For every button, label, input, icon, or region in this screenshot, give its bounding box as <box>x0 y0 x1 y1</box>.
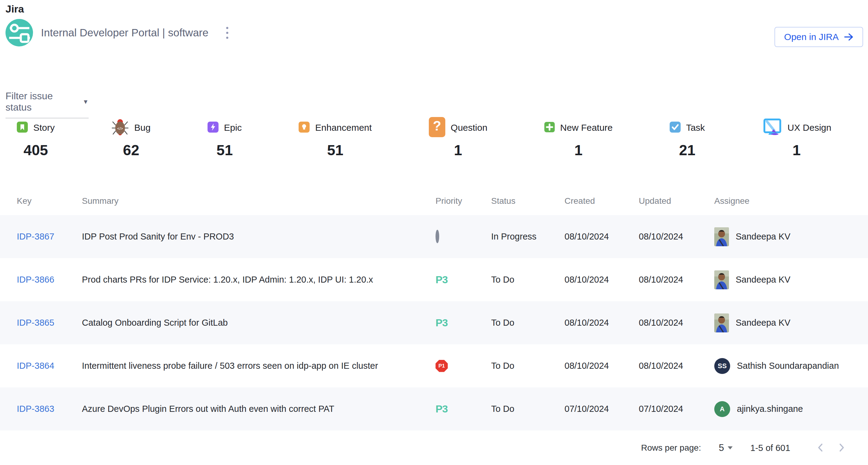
issue-priority-cell: P1 <box>436 360 491 372</box>
next-page-button[interactable] <box>834 440 848 456</box>
issue-summary: Azure DevOps Plugin Errors out with Auth… <box>82 404 436 414</box>
issue-status: To Do <box>491 361 564 371</box>
assignee-name: Sandeepa KV <box>736 318 790 328</box>
issue-key-link[interactable]: IDP-3865 <box>17 318 54 328</box>
arrow-right-icon <box>844 33 853 41</box>
page-title: Jira <box>5 3 24 15</box>
issues-table: Key Summary Priority Status Created Upda… <box>0 187 868 430</box>
counter-count: 405 <box>17 142 55 159</box>
issue-key-link[interactable]: IDP-3863 <box>17 404 54 414</box>
counter-new-feature: New Feature 1 <box>544 118 613 159</box>
priority-p1-icon: P1 <box>436 360 448 372</box>
bug-icon: </> <box>112 118 129 137</box>
pagination-bar: Rows per page: 5 1-5 of 601 <box>0 431 868 465</box>
issue-priority-cell: P3 <box>436 403 491 415</box>
filter-issue-status-label: Filter issue status <box>5 91 81 113</box>
table-row: IDP-3865 Catalog Onboarding Script for G… <box>0 301 868 344</box>
counter-label: New Feature <box>560 123 613 133</box>
column-summary: Summary <box>82 196 436 206</box>
issue-key-link[interactable]: IDP-3866 <box>17 275 54 285</box>
column-created: Created <box>564 196 639 206</box>
counter-question: ? Question 1 <box>429 118 488 159</box>
counter-label: Epic <box>224 123 242 133</box>
filter-issue-status-select[interactable]: Filter issue status ▼ <box>5 91 89 118</box>
counter-count: 1 <box>429 142 488 159</box>
issue-priority-cell <box>436 232 491 242</box>
pagination-range: 1-5 of 601 <box>750 443 790 453</box>
counter-enhancement: Enhancement 51 <box>299 118 372 159</box>
issue-status: To Do <box>491 404 564 414</box>
avatar: A <box>714 401 730 417</box>
assignee-name: Sandeepa KV <box>736 232 790 242</box>
previous-page-button[interactable] <box>814 440 828 456</box>
issue-assignee-cell: Sandeepa KV <box>714 313 863 332</box>
column-status: Status <box>491 196 564 206</box>
table-row: IDP-3864 Intermittent liveness probe fai… <box>0 344 868 388</box>
open-in-jira-button[interactable]: Open in JIRA <box>774 27 863 47</box>
avatar: SS <box>714 358 730 374</box>
counter-count: 1 <box>762 142 831 159</box>
issue-assignee-cell: Sandeepa KV <box>714 227 863 246</box>
rows-per-page-select[interactable]: 5 <box>719 442 733 454</box>
issue-created: 07/10/2024 <box>564 404 639 414</box>
avatar <box>714 270 729 289</box>
issue-summary: IDP Post Prod Sanity for Env - PROD3 <box>82 232 436 242</box>
issue-created: 08/10/2024 <box>564 361 639 371</box>
issue-priority-cell: P3 <box>436 317 491 329</box>
counter-bug: </> Bug 62 <box>112 118 150 159</box>
issue-status: To Do <box>491 318 564 328</box>
issue-updated: 08/10/2024 <box>639 232 714 242</box>
counter-label: Story <box>33 123 55 133</box>
counter-count: 62 <box>112 142 150 159</box>
counter-ux-design: UX Design 1 <box>762 118 831 159</box>
epic-icon <box>208 122 219 134</box>
task-icon <box>670 122 681 134</box>
counter-label: Bug <box>134 123 150 133</box>
issues-table-body: IDP-3867 IDP Post Prod Sanity for Env - … <box>0 215 868 430</box>
avatar <box>714 227 729 246</box>
counter-count: 21 <box>670 142 705 159</box>
counter-label: Task <box>686 123 705 133</box>
rows-per-page-value: 5 <box>719 442 724 454</box>
issue-created: 08/10/2024 <box>564 232 639 242</box>
issue-assignee-cell: Aajinkya.shingane <box>714 401 863 417</box>
entity-name: Internal Developer Portal | software <box>41 27 209 39</box>
priority-p3-icon: P3 <box>436 274 448 285</box>
open-in-jira-label: Open in JIRA <box>784 32 839 42</box>
counter-label: UX Design <box>787 123 831 133</box>
avatar <box>714 313 729 332</box>
counter-count: 51 <box>208 142 242 159</box>
column-updated: Updated <box>639 196 714 206</box>
issue-updated: 07/10/2024 <box>639 404 714 414</box>
counter-label: Enhancement <box>315 123 372 133</box>
counter-count: 1 <box>544 142 613 159</box>
issues-table-header: Key Summary Priority Status Created Upda… <box>0 187 868 215</box>
issue-updated: 08/10/2024 <box>639 318 714 328</box>
issue-priority-cell: P3 <box>436 274 491 286</box>
issue-key-link[interactable]: IDP-3867 <box>17 232 54 241</box>
table-row: IDP-3867 IDP Post Prod Sanity for Env - … <box>0 215 868 258</box>
issue-assignee-cell: Sandeepa KV <box>714 270 863 289</box>
svg-text:</>: </> <box>117 126 123 131</box>
assignee-name: Sathish Soundarapandian <box>737 361 839 371</box>
issue-created: 08/10/2024 <box>564 318 639 328</box>
table-row: IDP-3866 Prod charts PRs for IDP Service… <box>0 258 868 301</box>
issue-key-link[interactable]: IDP-3864 <box>17 361 54 371</box>
kebab-menu-icon[interactable] <box>223 24 231 42</box>
counter-epic: Epic 51 <box>208 118 242 159</box>
priority-p3-icon: P3 <box>436 403 448 414</box>
issue-summary: Catalog Onboarding Script for GitLab <box>82 318 436 328</box>
caret-down-icon <box>728 446 733 450</box>
rows-per-page-label: Rows per page: <box>641 443 701 453</box>
issue-assignee-cell: SSSathish Soundarapandian <box>714 358 863 374</box>
enhancement-icon <box>299 122 310 134</box>
column-assignee: Assignee <box>714 196 863 206</box>
story-icon <box>17 122 28 134</box>
entity-header: Internal Developer Portal | software <box>5 19 231 46</box>
issue-summary: Intermittent liveness probe failure / 50… <box>82 361 436 371</box>
priority-p3-icon: P3 <box>436 317 448 328</box>
issue-status: To Do <box>491 275 564 285</box>
counter-label: Question <box>451 123 488 133</box>
assignee-name: Sandeepa KV <box>736 275 790 285</box>
ux-design-icon <box>762 118 782 137</box>
